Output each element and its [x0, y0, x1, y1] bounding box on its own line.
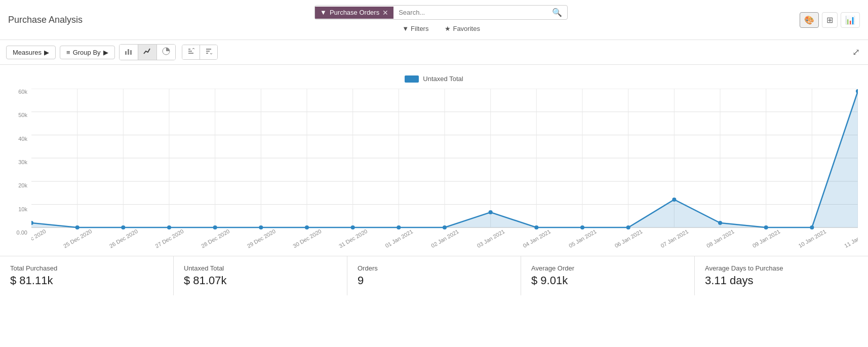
chart-view-button[interactable]: 📊: [841, 12, 860, 28]
filter-tag: ▼ Purchase Orders ✕: [315, 7, 393, 19]
svg-text:24 Dec 2020: 24 Dec 2020: [31, 228, 47, 249]
svg-text:04 Jan 2021: 04 Jan 2021: [522, 228, 551, 249]
stats-row: Total Purchased $ 81.11k Untaxed Total $…: [0, 256, 868, 295]
svg-text:10 Jan 2021: 10 Jan 2021: [797, 228, 827, 249]
y-axis: 60k 50k 40k 30k 20k 10k 0.00: [10, 89, 31, 251]
svg-point-52: [718, 221, 722, 225]
svg-point-51: [672, 198, 676, 202]
filter-tag-close[interactable]: ✕: [382, 9, 388, 17]
svg-text:03 Jan 2021: 03 Jan 2021: [476, 228, 506, 249]
svg-point-41: [213, 225, 217, 229]
search-input[interactable]: [393, 7, 547, 18]
line-chart-icon: [143, 47, 151, 55]
bar-chart-button[interactable]: [120, 45, 138, 60]
svg-text:11 Jan 2021: 11 Jan 2021: [843, 228, 858, 249]
legend-label: Untaxed Total: [423, 75, 463, 83]
svg-text:01 Jan 2021: 01 Jan 2021: [384, 228, 414, 249]
svg-text:09 Jan 2021: 09 Jan 2021: [752, 228, 781, 249]
svg-text:25 Dec 2020: 25 Dec 2020: [62, 228, 93, 249]
stat-untaxed-total: Untaxed Total $ 81.07k: [174, 256, 347, 295]
sort-asc-icon: [187, 48, 194, 55]
controls-row: ▼ Filters ★ Favorites: [398, 23, 484, 34]
legend-color-swatch: [405, 75, 419, 83]
stat-avg-order-value: $ 9.01k: [531, 274, 684, 287]
chart-type-group: [119, 44, 176, 60]
svg-text:06 Jan 2021: 06 Jan 2021: [614, 228, 644, 249]
svg-point-46: [443, 225, 447, 229]
svg-text:05 Jan 2021: 05 Jan 2021: [568, 228, 598, 249]
pie-chart-button[interactable]: [157, 45, 175, 60]
svg-text:29 Dec 2020: 29 Dec 2020: [246, 228, 277, 249]
svg-point-54: [810, 225, 814, 229]
favorites-icon: ★: [445, 25, 451, 32]
y-label-30k: 30k: [10, 159, 27, 165]
header-right: 🎨 ⊞ 📊: [800, 12, 860, 28]
sort-desc-icon: [205, 48, 212, 55]
svg-point-42: [259, 225, 263, 229]
chart-container: Untaxed Total 60k 50k 40k 30k 20k 10k 0.…: [0, 65, 868, 251]
stat-avg-order-label: Average Order: [531, 264, 684, 272]
svg-point-45: [397, 225, 401, 229]
svg-point-44: [351, 225, 355, 229]
search-row: ▼ Purchase Orders ✕ 🔍: [314, 5, 568, 20]
sort-asc-button[interactable]: [182, 45, 200, 59]
filter-icon: ▼: [320, 9, 327, 16]
stat-orders-value: 9: [358, 274, 510, 287]
svg-text:26 Dec 2020: 26 Dec 2020: [108, 228, 139, 249]
stat-total-purchased: Total Purchased $ 81.11k: [0, 256, 174, 295]
pie-chart-icon: [162, 47, 170, 55]
svg-text:31 Dec 2020: 31 Dec 2020: [338, 228, 368, 249]
stat-untaxed-total-value: $ 81.07k: [184, 274, 337, 287]
filters-button[interactable]: ▼ Filters: [398, 23, 432, 34]
stat-avg-days-value: 3.11 days: [705, 274, 858, 287]
y-label-60k: 60k: [10, 89, 27, 95]
pivot-view-button[interactable]: 🎨: [800, 12, 819, 28]
stat-avg-order: Average Order $ 9.01k: [521, 256, 695, 295]
header: Purchase Analysis ▼ Purchase Orders ✕ 🔍 …: [0, 0, 868, 40]
y-label-40k: 40k: [10, 136, 27, 142]
svg-point-47: [489, 210, 493, 214]
svg-text:08 Jan 2021: 08 Jan 2021: [705, 228, 735, 249]
svg-rect-2: [130, 50, 132, 55]
sort-group: [182, 45, 218, 60]
svg-point-53: [764, 225, 768, 229]
svg-rect-1: [128, 49, 129, 55]
stat-untaxed-total-label: Untaxed Total: [184, 264, 337, 272]
svg-point-40: [167, 225, 171, 229]
search-button[interactable]: 🔍: [547, 6, 567, 19]
page-title: Purchase Analysis: [8, 15, 83, 25]
toolbar: Measures ▶ ≡ Group By ▶ ⤢: [0, 40, 868, 65]
filter-tag-label: Purchase Orders: [330, 9, 379, 16]
svg-text:07 Jan 2021: 07 Jan 2021: [659, 228, 689, 249]
stat-orders: Orders 9: [347, 256, 521, 295]
measures-label: Measures: [13, 49, 42, 56]
header-center: ▼ Purchase Orders ✕ 🔍 ▼ Filters ★ Favori…: [103, 5, 779, 34]
svg-rect-0: [125, 51, 127, 55]
sort-desc-button[interactable]: [200, 45, 217, 59]
svg-point-49: [580, 225, 584, 229]
expand-button[interactable]: ⤢: [850, 45, 862, 60]
stat-total-purchased-value: $ 81.11k: [10, 274, 163, 287]
filters-label: Filters: [411, 25, 428, 32]
svg-point-38: [75, 225, 80, 229]
svg-text:27 Dec 2020: 27 Dec 2020: [154, 228, 184, 249]
svg-point-39: [121, 225, 125, 229]
y-label-20k: 20k: [10, 182, 27, 188]
line-chart-button[interactable]: [138, 45, 157, 60]
filters-icon: ▼: [402, 25, 409, 32]
svg-text:30 Dec 2020: 30 Dec 2020: [292, 228, 322, 249]
list-view-button[interactable]: ⊞: [822, 12, 838, 28]
stat-total-purchased-label: Total Purchased: [10, 264, 163, 272]
groupby-button[interactable]: ≡ Group By ▶: [60, 46, 115, 59]
measures-button[interactable]: Measures ▶: [6, 46, 56, 59]
favorites-label: Favorites: [453, 25, 480, 32]
measures-arrow-icon: ▶: [44, 49, 49, 56]
favorites-button[interactable]: ★ Favorites: [441, 23, 484, 34]
svg-point-43: [305, 225, 309, 229]
y-label-0: 0.00: [10, 229, 27, 236]
chart-legend: Untaxed Total: [10, 75, 858, 83]
y-label-50k: 50k: [10, 112, 27, 118]
stat-avg-days: Average Days to Purchase 3.11 days: [695, 256, 868, 295]
stat-orders-label: Orders: [358, 264, 510, 272]
groupby-arrow-icon: ▶: [103, 49, 108, 56]
